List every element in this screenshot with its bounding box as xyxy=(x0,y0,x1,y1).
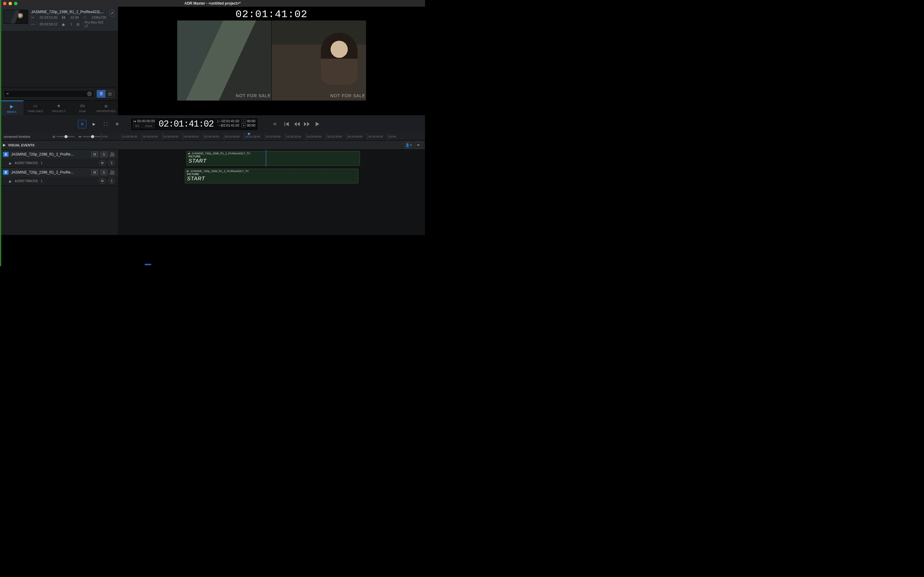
tab-timelines[interactable]: ▭ TIMELINES xyxy=(24,100,47,115)
audio-solo-button[interactable]: S xyxy=(108,178,115,184)
settings-button[interactable]: ⚙ xyxy=(113,120,121,128)
ruler-tick: 02:04:00:00 xyxy=(347,133,367,140)
audio-tracks-count: 1 xyxy=(41,161,43,165)
dur2: 00:00 xyxy=(247,124,256,127)
ruler-tick: 02:03:00:00 xyxy=(306,133,326,140)
waveform-icon: ılıı xyxy=(79,103,85,108)
timeline-header: unnamed timeline ılı ⇔ 0:0001:58:30:0001… xyxy=(0,133,425,140)
vertical-zoom-slider[interactable] xyxy=(56,136,75,137)
monitor-button[interactable]: ▶ xyxy=(90,120,98,128)
monitor-icon: ▶ xyxy=(93,122,95,126)
horizontal-scrollbar-thumb[interactable] xyxy=(145,264,151,265)
clip-channels: 1 xyxy=(70,22,72,26)
fast-forward-button[interactable] xyxy=(304,121,310,127)
window-title: ADR Master - <untitled project>* xyxy=(0,1,425,5)
clip-codec: Pro Res 422 LT xyxy=(85,21,106,28)
tab-media[interactable]: ▶ MEDIA xyxy=(0,100,24,115)
loop-button[interactable]: ⟲ xyxy=(270,120,279,128)
media-clip-item[interactable]: JASMINE_720p_2398_R1_2_ProRes422L... |◂ … xyxy=(0,7,118,31)
track-header-a[interactable]: A JASMINE_720p_2398_R1_2_ProRe... M S 🎥 … xyxy=(0,150,118,168)
audio-mute-button[interactable]: M xyxy=(99,160,106,166)
grid-view-button[interactable]: ▤ xyxy=(105,90,114,97)
panel-tabstrip: ▶ MEDIA ▭ TIMELINES ★ PROJECT ılıı DAW ≣… xyxy=(0,100,118,115)
na-pill[interactable]: N/A xyxy=(133,124,142,128)
timeline-clip-b[interactable]: ⇄JASMINE_720p_2398_R1_2_ProRes422LT_TC P… xyxy=(185,169,358,184)
solo-button[interactable]: S xyxy=(101,169,107,175)
horizontal-zoom-icon: ⇔ xyxy=(79,135,81,139)
clip-fps: 23.98 xyxy=(70,16,79,19)
rewind-button[interactable] xyxy=(294,121,300,127)
a-box-icon: A xyxy=(81,122,84,126)
filter-events-button[interactable]: ⏷ xyxy=(415,142,422,148)
funnel-icon: ⏷ xyxy=(417,143,420,147)
speaker-icon: 🔈 xyxy=(8,179,12,183)
main-timecode-display[interactable]: 02:01:41:02 xyxy=(157,119,216,129)
in-tc: 00:00:00:00 xyxy=(137,119,155,123)
link-icon: ⇄ xyxy=(187,169,189,172)
transport-bar: A ▶ ⛶ ⚙ |◂00:00:00:00 N/A Atmos 02:01:41… xyxy=(0,115,425,133)
ruler-tick: 01:59:30:00 xyxy=(163,133,183,140)
viewer-frame[interactable]: NOT FOR SALE NOT FOR SALE xyxy=(177,20,366,101)
plus-box-icon[interactable]: + xyxy=(241,123,246,127)
duration-icon: ⟵ xyxy=(31,22,35,26)
ruler-tick: 0:00 xyxy=(101,133,122,140)
track-name: JASMINE_720p_2398_R1_2_ProRe... xyxy=(11,152,89,156)
list-view-button[interactable]: ☰ xyxy=(97,90,105,97)
clip-name: JASMINE_720p_2398_R1_2_ProRes422L... xyxy=(31,10,106,14)
ruler-tick: 02:00:00:00 xyxy=(183,133,203,140)
mute-button[interactable]: M xyxy=(91,169,98,175)
audio-mute-button[interactable]: M xyxy=(99,178,106,184)
play-button[interactable] xyxy=(314,121,320,127)
ruler-tick: 02:05: xyxy=(388,133,408,140)
clear-filter-button[interactable]: × xyxy=(87,91,92,96)
list-icon: ≣ xyxy=(103,103,109,108)
go-to-start-button[interactable] xyxy=(283,121,289,127)
ruler-tick: 02:00:30:00 xyxy=(203,133,224,140)
solo-button[interactable]: S xyxy=(101,152,107,157)
in-point-icon: |◂ xyxy=(31,15,35,19)
audio-tracks-label: AUDIO TRACKS: xyxy=(14,161,39,165)
fullscreen-button[interactable]: ⛶ xyxy=(101,120,110,128)
person-plus-icon: 👤+ xyxy=(405,143,412,147)
timeline-clip-a[interactable]: ⇄JASMINE_720p_2398_R1_2_ProRes422LT_TC P… xyxy=(187,151,360,166)
visual-events-header[interactable]: ▶ VISUAL EVENTS 👤+ ⏷ xyxy=(0,140,425,150)
clip-thumbnail xyxy=(4,10,28,24)
visual-events-label: VISUAL EVENTS xyxy=(8,143,35,147)
ruler-tick: 02:01:30:00 xyxy=(245,133,265,140)
clip-duration: 00:03:59:12 xyxy=(40,22,58,26)
disclosure-triangle-icon[interactable]: ▶ xyxy=(3,143,5,147)
program-viewer: 02:01:41:02 NOT FOR SALE NOT FOR SALE xyxy=(118,7,425,115)
ruler-tick: 01:59:00:00 xyxy=(142,133,163,140)
tab-daw[interactable]: ılıı DAW xyxy=(71,100,94,115)
playhead-line[interactable] xyxy=(266,150,266,167)
minus-box-icon[interactable]: − xyxy=(241,119,246,123)
view-mode-toggle[interactable]: ☰ ▤ xyxy=(97,90,114,98)
timeline-name[interactable]: unnamed timeline xyxy=(4,135,53,139)
funnel-icon: ⏷ xyxy=(6,92,10,96)
add-person-button[interactable]: 👤+ xyxy=(405,142,412,148)
horizontal-zoom-slider[interactable] xyxy=(82,136,101,137)
track-body[interactable]: ⇄JASMINE_720p_2398_R1_2_ProRes422LT_TC P… xyxy=(118,150,425,235)
timeline-tracks: A JASMINE_720p_2398_R1_2_ProRe... M S 🎥 … xyxy=(0,150,425,235)
gear-icon: ⚙ xyxy=(116,122,119,126)
media-filter-input[interactable]: ⏷ × xyxy=(4,90,94,97)
audio-solo-button[interactable]: S xyxy=(108,160,115,166)
ruler-tick: 02:01:00:00 xyxy=(224,133,245,140)
mute-button[interactable]: M xyxy=(91,152,98,157)
clip-start-tc: 01:59:52:00 xyxy=(40,16,58,19)
loop-icon: ⟲ xyxy=(273,122,276,126)
tab-project[interactable]: ★ PROJECT xyxy=(47,100,71,115)
track-header-b[interactable]: B JASMINE_720p_2398_R1_2_ProRe... M S 🎥 … xyxy=(0,168,118,186)
ruler-tick: 02:03:30:00 xyxy=(326,133,347,140)
watermark: NOT FOR SALE xyxy=(330,93,365,98)
tab-properties[interactable]: ≣ PROPERTIES xyxy=(94,100,118,115)
play-box-icon: ▶ xyxy=(9,103,15,109)
open-external-button[interactable]: ↗ xyxy=(109,10,114,16)
compare-a-button[interactable]: A xyxy=(78,120,87,128)
timeline-ruler[interactable]: 0:0001:58:30:0001:59:00:0001:59:30:0002:… xyxy=(101,133,425,140)
mark-out-tc: 02:01:41:02 xyxy=(222,124,239,127)
waveform-zoom-icon: ılı xyxy=(53,135,55,139)
timeline-icon: ▭ xyxy=(32,103,39,108)
atmos-pill[interactable]: Atmos xyxy=(143,124,154,128)
camera-icon: 🎥 xyxy=(110,152,115,157)
